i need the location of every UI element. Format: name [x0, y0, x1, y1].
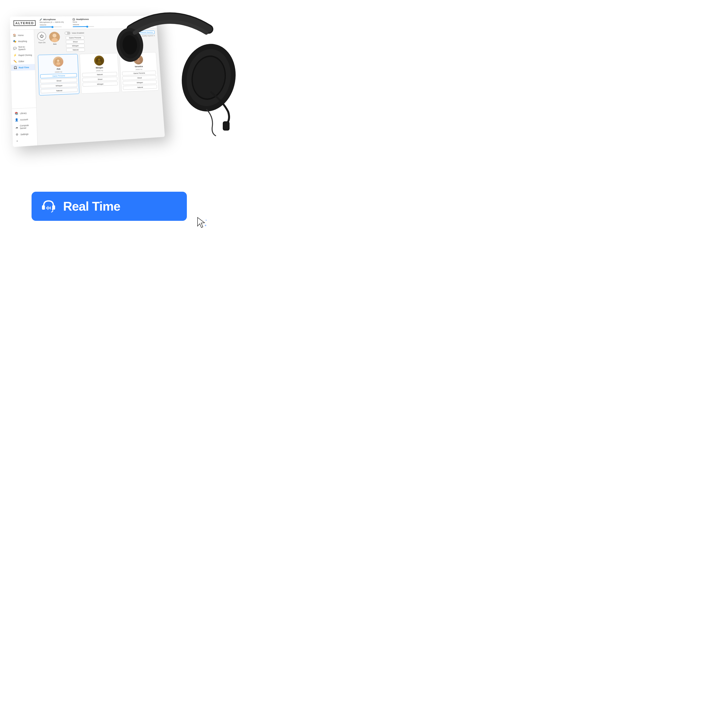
sidebar-item-home[interactable]: 🏠 Home [10, 32, 34, 38]
toggle-knob [65, 32, 67, 34]
hp-volume-label: Volume [73, 23, 101, 26]
add-icon: + [15, 139, 19, 143]
sidebar: 🏠 Home 🎭 Morphing 💬 Text-to-Speech ⚡ Rap… [10, 30, 38, 147]
veronica-btn-game-persona[interactable]: Game Persona [122, 70, 156, 75]
voices-grid: Ava 24000 Hz Game Persona Shout Whisper … [38, 52, 159, 96]
hp-volume-slider[interactable] [73, 26, 94, 27]
real-time-banner[interactable]: Real Time [32, 192, 187, 221]
headphones-value: None [73, 21, 101, 23]
app-window: ALTERED 🎤 Microphone Microphone (2 — MAY… [10, 16, 165, 147]
voice-card-morgan[interactable]: Morgan 24000 Hz Natural Shout Whisper [80, 53, 120, 94]
mic-icon: 🎤 [40, 18, 42, 21]
voice-card-veronica[interactable]: Veronica 24000 Hz Game Persona Shout Whi… [119, 52, 159, 92]
hp-volume-section: Volume [73, 23, 101, 27]
library-icon: 📚 [15, 112, 18, 115]
voice-btn-whisper[interactable]: Whisper [66, 44, 85, 48]
compute-icon: ☁ [15, 125, 18, 129]
sidebar-label-realtime: Real-Time [19, 66, 29, 69]
avatar-section: Ava [49, 32, 60, 45]
refresh-button[interactable]: ↻ Refresh Devices [136, 31, 154, 34]
power-label: Turn On [38, 41, 46, 44]
morgan-btn-shout[interactable]: Shout [82, 77, 118, 82]
veronica-name: Veronica [135, 65, 143, 68]
banner-text: Real Time [63, 199, 120, 214]
svg-rect-25 [49, 207, 49, 209]
tts-icon: 💬 [13, 47, 17, 50]
microphone-section: 🎤 Microphone Microphone (2 — MAYA I/S) V… [40, 18, 69, 28]
morphing-icon: 🎭 [13, 40, 17, 43]
headphones-label: 🎧 Headphones [73, 18, 101, 20]
headphones-section: 🎧 Headphones None Volume [73, 18, 101, 27]
voice-toggle[interactable] [64, 32, 70, 35]
sidebar-label-morphing: Morphing [18, 40, 27, 43]
morgan-freq: 24000 Hz [96, 70, 103, 72]
rapid-cloning-icon: ⚡ [13, 54, 17, 57]
svg-rect-23 [46, 207, 47, 209]
svg-rect-19 [223, 121, 229, 130]
ava-btn-game-persona[interactable]: Game Persona [40, 73, 77, 78]
svg-point-16 [182, 46, 235, 110]
realtime-icon: 🎧 [14, 66, 17, 69]
voice-btn-game-persona[interactable]: Game Persona [66, 36, 84, 40]
morgan-avatar [94, 55, 104, 66]
mic-slider-fill [40, 26, 52, 27]
mic-volume-section: Volume [40, 23, 69, 28]
morgan-avatar-svg [96, 57, 102, 64]
ava-freq: 24000 Hz [55, 71, 63, 73]
morgan-btn-natural[interactable]: Natural [82, 72, 117, 77]
veronica-btn-shout[interactable]: Shout [122, 75, 156, 80]
sidebar-label-editor: Editor [18, 60, 24, 63]
refresh-icon: ↻ [138, 31, 139, 34]
headphones-icon: 🎧 [73, 18, 75, 21]
settings-gear-icon[interactable]: ⚙ [150, 20, 153, 24]
veronica-avatar [133, 55, 144, 64]
sidebar-item-tts[interactable]: 💬 Text-to-Speech [11, 44, 34, 52]
ava-avatar [53, 57, 64, 67]
avatar-svg [49, 32, 60, 43]
avatar [49, 32, 60, 43]
controls-row: ⏻ Turn On Ava [37, 31, 156, 52]
app-panel: ALTERED 🎤 Microphone Microphone (2 — MAY… [10, 16, 165, 147]
svg-rect-26 [50, 206, 51, 210]
sidebar-label-account: Account [20, 118, 28, 121]
svg-rect-21 [42, 205, 45, 210]
voice-card-ava[interactable]: Ava 24000 Hz Game Persona Shout Whisper … [38, 54, 80, 95]
avatar-name: Ava [53, 43, 57, 45]
power-icon: ⏻ [40, 34, 44, 38]
refresh-area: ↻ Refresh Devices Quality required: 8 [136, 31, 155, 37]
svg-rect-20 [223, 122, 229, 130]
mic-volume-slider[interactable] [40, 26, 62, 28]
banner-icon [39, 197, 58, 216]
sidebar-item-add[interactable]: + [12, 137, 37, 144]
sidebar-item-realtime[interactable]: 🎧 Real-Time [11, 64, 35, 71]
brand-logo: ALTERED [14, 20, 36, 26]
ava-avatar-svg [55, 58, 62, 65]
veronica-btn-natural[interactable]: Natural [123, 85, 157, 90]
refresh-label: Refresh Devices [140, 31, 153, 34]
sidebar-label-library: Library [20, 112, 27, 115]
microphone-value: Microphone (2 — MAYA I/S) [40, 21, 69, 23]
veronica-avatar-svg [135, 56, 142, 63]
ava-btn-natural[interactable]: Natural [41, 88, 78, 93]
sidebar-item-editor[interactable]: ✏️ Editor [11, 58, 35, 65]
hp-slider-fill [73, 26, 87, 27]
voice-btn-shout[interactable]: Shout [66, 40, 84, 44]
ava-btn-whisper[interactable]: Whisper [41, 83, 77, 88]
microphone-label: 🎤 Microphone [40, 18, 69, 21]
editor-icon: ✏️ [13, 60, 17, 63]
sidebar-item-rapid-cloning[interactable]: ⚡ Rapid Cloning [11, 52, 35, 58]
svg-rect-24 [47, 206, 48, 210]
voice-btn-natural[interactable]: Natural [66, 48, 85, 52]
app-header: ALTERED 🎤 Microphone Microphone (2 — MAY… [10, 16, 157, 30]
voice-control: Voice Enabled Game Persona Shout Whisper… [64, 31, 85, 52]
power-section: ⏻ Turn On [37, 32, 46, 44]
ava-btn-shout[interactable]: Shout [40, 78, 77, 84]
veronica-freq: 24000 Hz [135, 69, 142, 70]
sidebar-item-morphing[interactable]: 🎭 Morphing [11, 38, 34, 44]
voice-buttons-group: Game Persona Shout Whisper Natural [66, 36, 85, 52]
banner-headset-icon [39, 197, 58, 216]
veronica-btn-whisper[interactable]: Whisper [123, 80, 157, 85]
morgan-btn-whisper[interactable]: Whisper [83, 81, 118, 86]
power-button[interactable]: ⏻ [37, 32, 46, 41]
voice-enabled-label: Voice Enabled [72, 32, 84, 34]
